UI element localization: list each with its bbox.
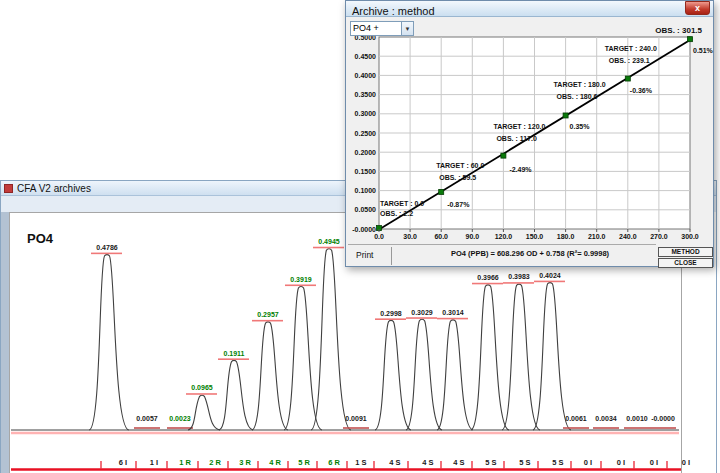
peak-value: 0.2957	[257, 311, 279, 318]
method-titlebar[interactable]: Archive : method x	[346, 1, 713, 17]
calibration-label: 0.35%	[570, 123, 591, 130]
sample-label: 0 I	[650, 458, 658, 467]
peak-trace	[284, 287, 322, 430]
sample-label: 4 R	[269, 458, 281, 467]
sample-label: 0 I	[682, 458, 690, 467]
calibration-point[interactable]	[439, 189, 444, 194]
peak-trace	[375, 320, 411, 430]
x-tick-label: 210.0	[588, 233, 606, 240]
peak-value: 0.1911	[223, 350, 244, 357]
y-tick-label: 0.0500	[355, 206, 377, 213]
sample-label: 1 I	[150, 458, 158, 467]
chromatogram-title: PO4	[27, 231, 53, 246]
statusbar-divider	[391, 247, 392, 265]
sample-label: 6 R	[328, 458, 340, 467]
y-tick-label: 0.2000	[355, 149, 377, 156]
x-tick-label: 270.0	[650, 233, 668, 240]
calibration-label: TARGET : 240.0	[605, 45, 657, 52]
calibration-point[interactable]	[563, 113, 568, 118]
sample-label: 6 I	[119, 458, 127, 467]
sample-label: 2 R	[209, 458, 221, 467]
print-button[interactable]: Print	[356, 250, 373, 260]
peak-value: 0.3029	[411, 309, 433, 316]
x-tick-label: 240.0	[619, 233, 637, 240]
close-icon[interactable]: x	[685, 1, 710, 15]
y-tick-label: 0.1000	[355, 187, 377, 194]
sample-label: 5 R	[298, 458, 310, 467]
y-tick-label: 0.3000	[355, 110, 377, 117]
y-tick-label: 0.2500	[355, 130, 377, 137]
method-button[interactable]: METHOD	[658, 247, 713, 257]
x-tick-label: 300.0	[681, 233, 699, 240]
baseline-value: 0.0057	[136, 415, 158, 422]
x-tick-label: 120.0	[495, 233, 513, 240]
calibration-label: TARGET : 0.0	[380, 200, 424, 207]
peak-trace	[219, 360, 253, 430]
x-tick-label: 30.0	[403, 233, 417, 240]
y-tick-label: 0.4500	[355, 53, 377, 60]
calibration-point[interactable]	[625, 76, 630, 81]
calibration-point[interactable]	[688, 37, 693, 42]
chevron-down-icon[interactable]: ▼	[401, 22, 413, 35]
sample-label: 4 S	[422, 458, 433, 467]
calibration-label: OBS. : 2.2	[380, 210, 413, 217]
sample-label: 0 I	[584, 458, 592, 467]
peak-trace	[252, 322, 288, 430]
sample-label: 0 I	[617, 458, 625, 467]
archive-method-window: TARGET : 0.0OBS. : 2.2TARGET : 60.0OBS. …	[345, 0, 714, 267]
sample-label: 4 S	[453, 458, 464, 467]
x-tick-label: 150.0	[526, 233, 544, 240]
peak-trace	[188, 395, 220, 430]
peak-value: 0.4786	[96, 244, 118, 251]
sample-label: 3 R	[239, 458, 251, 467]
peak-trace	[533, 283, 571, 430]
baseline-value: -0.0000	[651, 415, 675, 422]
method-window-title: Archive : method	[346, 3, 435, 17]
calibration-label: OBS. : 180.6	[557, 93, 598, 100]
calibration-plot[interactable]: TARGET : 0.0OBS. : 2.2TARGET : 60.0OBS. …	[346, 1, 715, 246]
peak-trace	[502, 284, 540, 430]
sample-label: 1 R	[179, 458, 191, 467]
baseline-value: 0.0091	[345, 415, 367, 422]
calibration-label: OBS. : 239.1	[609, 57, 650, 64]
y-tick-label: 0.3500	[355, 91, 377, 98]
calibration-label: -0.87%	[447, 201, 470, 208]
sample-label: 1 S	[355, 458, 366, 467]
x-tick-label: 90.0	[465, 233, 479, 240]
peak-trace	[471, 285, 509, 430]
obs-readout: OBS. : 301.5	[655, 26, 702, 35]
calibration-label: -0.36%	[630, 87, 653, 94]
method-channel-select[interactable]: PO4 + ▼	[350, 21, 414, 36]
x-tick-label: 60.0	[434, 233, 448, 240]
y-tick-label: 0.1500	[355, 168, 377, 175]
close-button[interactable]: CLOSE	[658, 258, 713, 268]
peak-value: 0.2998	[380, 310, 402, 317]
fit-formula: PO4 (PPB) = 608.296 OD + 0.758 (R²= 0.99…	[404, 249, 656, 258]
sample-label: 4 S	[389, 458, 400, 467]
baseline-value: 0.0010	[626, 415, 648, 422]
baseline-value: 0.0061	[565, 415, 587, 422]
peak-trace	[89, 255, 129, 430]
peak-trace	[437, 320, 473, 430]
peak-value: 0.3919	[290, 276, 312, 283]
peak-value: 0.3014	[442, 309, 464, 316]
calibration-label: -2.49%	[509, 166, 532, 173]
calibration-label: TARGET : 120.0	[493, 123, 545, 130]
baseline-value: 0.0023	[169, 415, 191, 422]
calibration-label: TARGET : 60.0	[436, 162, 484, 169]
peak-value: 0.4024	[539, 272, 561, 279]
peak-value: 0.3966	[477, 274, 499, 281]
calibration-label: 0.51%	[693, 47, 714, 54]
peak-value: 0.4945	[318, 238, 340, 245]
calibration-label: OBS. : 59.5	[439, 174, 476, 181]
x-tick-label: 0.0	[374, 233, 384, 240]
y-tick-label: 0.4000	[355, 72, 377, 79]
sample-label: 5 S	[519, 458, 530, 467]
method-channel-value: PO4 +	[351, 22, 401, 35]
calibration-label: TARGET : 180.0	[554, 81, 606, 88]
calibration-point[interactable]	[501, 153, 506, 158]
sample-label: 5 S	[485, 458, 496, 467]
peak-trace	[406, 319, 442, 430]
baseline-value: 0.0034	[595, 415, 617, 422]
y-tick-label: -0.0000	[352, 226, 376, 233]
